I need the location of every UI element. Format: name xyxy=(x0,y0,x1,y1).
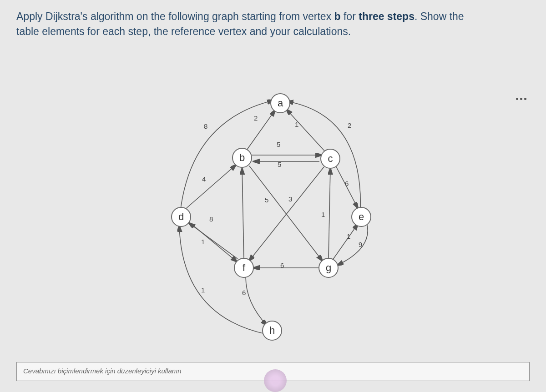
svg-line-10 xyxy=(188,221,237,261)
node-label: g xyxy=(326,262,331,274)
node-c: c xyxy=(320,149,340,169)
edge-weight-g-e: 1 xyxy=(346,232,351,240)
node-f: f xyxy=(234,258,254,278)
edge-weight-b-c: 5 xyxy=(276,141,281,148)
edge-weight-d-f: 8 xyxy=(208,215,214,223)
edge-weight-b-g: 3 xyxy=(288,195,293,203)
edge-weight-f-d: 1 xyxy=(200,238,206,246)
edge-weight-h-d: 1 xyxy=(200,286,206,294)
q-text-2: table elements for each step, the refere… xyxy=(16,25,351,37)
node-a: a xyxy=(270,93,290,113)
svg-line-6 xyxy=(329,169,330,259)
edge-weight-d-a: 8 xyxy=(203,122,208,130)
q-text-post: . Show the xyxy=(415,10,464,22)
edge-weight-g-c: 1 xyxy=(320,211,326,218)
node-label: e xyxy=(359,211,364,223)
node-label: a xyxy=(278,97,283,109)
edge-weight-d-b: 4 xyxy=(201,175,207,183)
node-label: c xyxy=(328,153,333,165)
edge-weight-e-g: 9 xyxy=(358,241,363,248)
node-d: d xyxy=(171,207,191,227)
loading-spinner-icon xyxy=(264,369,287,392)
edge-weight-b-a: 2 xyxy=(253,114,258,122)
edge-weight-c-b: 5 xyxy=(277,161,282,168)
q-text-mid: for xyxy=(341,10,359,22)
graph-diagram: a b c d e f g h 2 1 2 8 5 5 4 6 1 3 5 8 … xyxy=(0,80,546,352)
node-label: d xyxy=(178,211,184,223)
graph-edges xyxy=(0,80,546,352)
svg-line-0 xyxy=(246,111,275,151)
q-text-1: Apply Dijkstra's algorithm on the follow… xyxy=(16,10,334,22)
svg-line-1 xyxy=(287,110,326,152)
edge-weight-c-a: 1 xyxy=(294,121,299,128)
node-g: g xyxy=(318,258,339,278)
node-e: e xyxy=(351,207,371,227)
q-bold-steps: three steps xyxy=(359,10,415,22)
edge-weight-e-a: 2 xyxy=(347,121,352,129)
svg-line-4 xyxy=(185,165,236,210)
node-b: b xyxy=(232,148,252,168)
answer-placeholder: Cevabınızı biçimlendirmek için düzenleyi… xyxy=(23,367,182,375)
node-label: b xyxy=(239,152,245,164)
edge-weight-f-h: 6 xyxy=(241,289,247,297)
edge-weight-g-f: 6 xyxy=(279,261,285,269)
node-label: f xyxy=(243,262,245,274)
node-label: h xyxy=(269,325,275,337)
q-bold-vertex: b xyxy=(334,10,341,22)
node-h: h xyxy=(262,321,282,341)
svg-line-9 xyxy=(242,169,244,259)
question-text: Apply Dijkstra's algorithm on the follow… xyxy=(16,9,510,40)
edge-weight-c-f: 5 xyxy=(264,196,269,204)
svg-line-11 xyxy=(189,223,238,259)
edge-weight-c-e: 6 xyxy=(344,180,349,187)
